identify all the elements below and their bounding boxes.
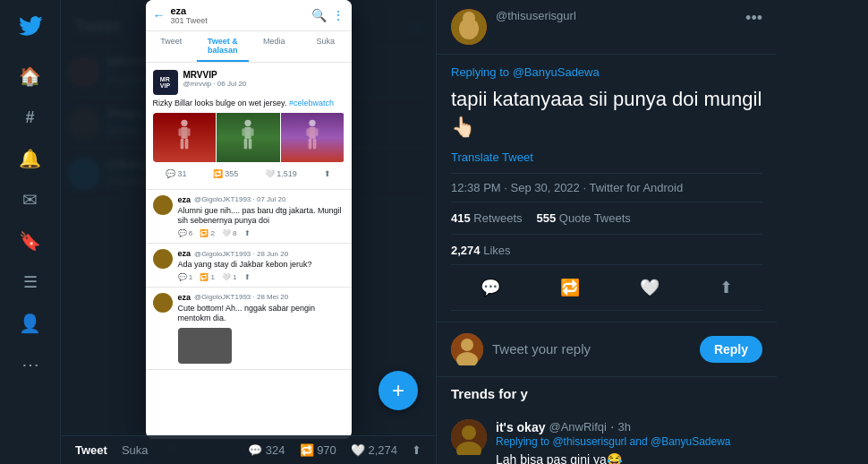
svg-rect-10 <box>243 128 245 136</box>
phone-r1-like[interactable]: 🤍 8 <box>222 229 237 237</box>
twitter-logo[interactable] <box>13 9 47 43</box>
likes-count: 2,274 <box>451 244 481 257</box>
phone-reply-3-handle: @GigoloJKT1993 · 28 Mei 20 <box>194 293 288 301</box>
phone-tweet-reply-action[interactable]: 💬 31 <box>166 169 186 178</box>
phone-r2-reply[interactable]: 💬 1 <box>178 273 193 281</box>
tweet-stats: 415 Retweets 555 Quote Tweets <box>451 202 762 235</box>
reply-to: Replying to @BanyuSadewa <box>451 65 762 79</box>
phone-modal: ← eza 301 Tweet 🔍 ⋮ Tweet Tweet & balasa… <box>146 0 352 439</box>
user-avatar[interactable] <box>451 9 487 45</box>
compose-button[interactable]: + <box>379 371 418 410</box>
home-icon[interactable]: 🏠 <box>12 57 49 95</box>
reply-submit-button[interactable]: Reply <box>700 336 762 363</box>
bookmark-icon[interactable]: 🔖 <box>12 222 49 260</box>
phone-search-icon[interactable]: 🔍 <box>311 8 327 22</box>
phone-reply-3-header: eza @GigoloJKT1993 · 28 Mei 20 <box>178 293 345 302</box>
phone-r1-share[interactable]: ⬆ <box>244 229 251 237</box>
reply-item-1-text: Lah bisa pas gini ya😂 Beginilah kira kir… <box>496 451 762 464</box>
svg-rect-15 <box>313 139 317 150</box>
quote-tweets-label: Quote Tweets <box>559 211 631 225</box>
phone-reply-1: eza @GigoloJKT1993 · 07 Jul 20 Alumni gu… <box>146 190 352 244</box>
svg-point-26 <box>462 425 476 440</box>
reply-item-1-replying-targets[interactable]: @thisuserisgurl and @BanyuSadewa <box>552 435 730 448</box>
phone-tweet-retweet-action[interactable]: 🔁 355 <box>213 169 238 178</box>
phone-image-1 <box>153 113 217 162</box>
more-icon[interactable]: ⋯ <box>12 346 49 383</box>
likes-stat-row: 2,274 Likes <box>451 235 762 265</box>
center-suka-label[interactable]: Suka <box>122 443 149 457</box>
share-action-button[interactable]: ⬆ <box>714 272 738 303</box>
phone-reply-1-actions: 💬 6 🔁 2 🤍 8 ⬆ <box>178 229 345 237</box>
phone-tweet-like-action[interactable]: 🤍 1.519 <box>265 169 297 178</box>
svg-rect-1 <box>181 127 187 139</box>
phone-reply-2-handle: @GigoloJKT1993 · 28 Jun 20 <box>194 250 288 258</box>
phone-tweet-info: MRVVIP @mrvvip · 06 Jul 20 <box>183 70 345 88</box>
svg-rect-16 <box>307 128 310 136</box>
phone-username: MRVVIP <box>183 70 345 80</box>
phone-header-icons: 🔍 ⋮ <box>311 8 345 22</box>
phone-handle: @mrvvip · 06 Jul 20 <box>183 80 345 88</box>
reply-item-1-handle: @AnwRifqi <box>549 420 607 434</box>
phone-header: ← eza 301 Tweet 🔍 ⋮ <box>146 0 352 31</box>
center-reply-count: 💬 324 <box>248 443 285 457</box>
list-icon[interactable]: ☰ <box>12 263 49 301</box>
reply-item-1-name: it's okay <box>496 420 545 434</box>
reply-box: Tweet your reply Reply <box>437 322 777 377</box>
tweet-main-text: tapii katanyaaa sii punya doi mungil 👆🏻 <box>451 86 762 142</box>
phone-tab-tweet-balasan[interactable]: Tweet & balasan <box>197 31 249 62</box>
phone-r1-retweet[interactable]: 🔁 2 <box>200 229 215 237</box>
reply-item-1-avatar[interactable] <box>451 419 487 455</box>
center-bottom-stats: 💬 324 🔁 970 🤍 2,274 ⬆ <box>248 443 421 457</box>
tweet-timestamp: 12:38 PM · Sep 30, 2022 · Twitter for An… <box>451 173 762 202</box>
phone-reply-3-avatar <box>153 293 173 313</box>
bell-icon[interactable]: 🔔 <box>12 140 49 177</box>
phone-tab-tweet[interactable]: Tweet <box>146 31 198 62</box>
quote-tweets-stat[interactable]: 555 Quote Tweets <box>537 211 631 225</box>
likes-label: Likes <box>483 244 510 257</box>
phone-r2-retweet[interactable]: 🔁 1 <box>200 273 215 281</box>
center-share-icon[interactable]: ⬆ <box>412 443 421 457</box>
envelope-icon[interactable]: ✉ <box>12 181 49 219</box>
reply-item-1-header: it's okay @AnwRifqi · 3h <box>496 419 762 435</box>
phone-reply-3-image <box>178 328 232 364</box>
phone-tweet-share-action[interactable]: ⬆ <box>324 169 331 178</box>
svg-rect-8 <box>244 139 248 150</box>
center-bottom-bar: Tweet Suka 💬 324 🔁 970 🤍 2,274 ⬆ <box>61 435 436 464</box>
like-action-button[interactable]: 🤍 <box>634 272 665 303</box>
reply-action-button[interactable]: 💬 <box>475 272 506 303</box>
center-tweet-label[interactable]: Tweet <box>75 443 107 457</box>
hashtag-icon[interactable]: # <box>12 99 49 136</box>
phone-reply-2-content: eza @GigoloJKT1993 · 28 Jun 20 Ada yang … <box>178 249 345 281</box>
center-like-count: 🤍 2,274 <box>351 443 397 457</box>
phone-r2-share[interactable]: ⬆ <box>244 273 251 281</box>
reply-item-1-time: 3h <box>617 420 630 434</box>
retweet-action-button[interactable]: 🔁 <box>555 272 585 303</box>
phone-tab-media[interactable]: Media <box>249 31 301 62</box>
phone-reply-2-text: Ada yang stay di Jakbar kebon jeruk? <box>178 260 345 271</box>
svg-rect-5 <box>187 128 190 136</box>
svg-rect-14 <box>309 139 312 150</box>
retweets-stat[interactable]: 415 Retweets <box>451 211 523 225</box>
phone-tab-suka[interactable]: Suka <box>300 31 352 62</box>
svg-rect-2 <box>180 139 183 150</box>
right-more-button[interactable]: ••• <box>745 9 762 28</box>
phone-r1-reply[interactable]: 💬 6 <box>178 229 193 237</box>
svg-point-21 <box>464 20 473 27</box>
phone-more-icon[interactable]: ⋮ <box>332 8 345 22</box>
replying-to-target[interactable]: @BanyuSadewa <box>513 65 600 79</box>
reply-box-avatar <box>451 333 483 365</box>
likes-stat[interactable]: 2,274 Likes <box>451 244 511 257</box>
reply-input[interactable]: Tweet your reply <box>492 341 691 357</box>
translate-tweet-button[interactable]: Translate Tweet <box>451 150 762 164</box>
center-bottom-actions: Tweet Suka <box>75 443 149 457</box>
svg-rect-4 <box>178 128 181 136</box>
phone-reply-1-content: eza @GigoloJKT1993 · 07 Jul 20 Alumni gu… <box>178 195 345 237</box>
svg-rect-9 <box>249 139 252 150</box>
phone-back-button[interactable]: ← <box>153 8 166 22</box>
right-user-handle: @thisuserisgurl <box>496 9 736 22</box>
phone-main-tweet: MRVIP MRVVIP @mrvvip · 06 Jul 20 Rizky B… <box>146 63 352 190</box>
phone-tweet-hashtag[interactable]: #celebwatch <box>289 99 334 107</box>
phone-r2-like[interactable]: 🤍 1 <box>222 273 237 281</box>
profile-icon[interactable]: 👤 <box>12 305 49 342</box>
retweets-label: Retweets <box>473 211 522 225</box>
